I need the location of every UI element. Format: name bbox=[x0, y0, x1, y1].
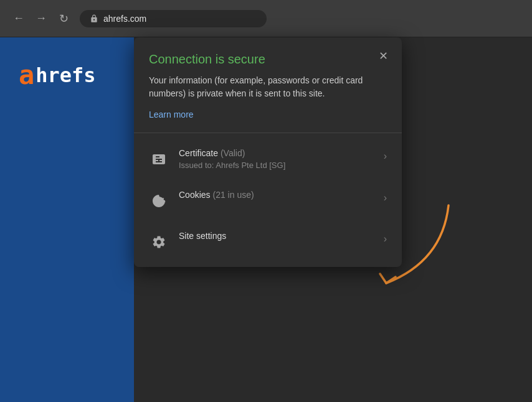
close-button[interactable]: ✕ bbox=[374, 47, 392, 65]
reload-button[interactable]: ↻ bbox=[55, 10, 72, 27]
cookies-title: Cookies (21 in use) bbox=[179, 190, 374, 200]
learn-more-link[interactable]: Learn more bbox=[149, 110, 194, 119]
main-area: a hrefs ✕ Connection is secure Your info… bbox=[0, 37, 532, 402]
popup-header: ✕ Connection is secure Your information … bbox=[134, 37, 402, 133]
security-popup: ✕ Connection is secure Your information … bbox=[134, 37, 402, 267]
nav-buttons: ← → ↻ bbox=[10, 10, 72, 27]
certificate-content: Certificate (Valid) Issued to: Ahrefs Pt… bbox=[179, 148, 374, 170]
site-settings-item[interactable]: Site settings › bbox=[134, 221, 402, 262]
sidebar: a hrefs bbox=[0, 37, 134, 402]
forward-button[interactable]: → bbox=[32, 10, 50, 27]
logo-hrefs: hrefs bbox=[36, 65, 95, 85]
address-bar[interactable]: ahrefs.com bbox=[80, 10, 267, 27]
certificate-item[interactable]: Certificate (Valid) Issued to: Ahrefs Pt… bbox=[134, 138, 402, 180]
site-settings-chevron: › bbox=[384, 233, 387, 245]
certificate-status: (Valid) bbox=[221, 148, 245, 158]
certificate-subtitle: Issued to: Ahrefs Pte Ltd [SG] bbox=[179, 161, 374, 170]
secure-description: Your information (for example, passwords… bbox=[149, 74, 387, 100]
cookies-count: (21 in use) bbox=[212, 190, 254, 200]
ahrefs-logo: a hrefs bbox=[19, 62, 96, 88]
logo-a: a bbox=[19, 62, 34, 88]
certificate-icon bbox=[149, 149, 169, 169]
cookies-chevron: › bbox=[384, 192, 387, 203]
popup-body: Certificate (Valid) Issued to: Ahrefs Pt… bbox=[134, 133, 402, 267]
cookies-icon bbox=[149, 191, 169, 211]
site-settings-title: Site settings bbox=[179, 231, 374, 241]
lock-icon bbox=[90, 14, 98, 23]
url-text: ahrefs.com bbox=[103, 14, 146, 24]
certificate-chevron: › bbox=[384, 151, 387, 162]
site-settings-icon bbox=[149, 232, 169, 252]
certificate-title: Certificate (Valid) bbox=[179, 148, 374, 158]
browser-chrome: ← → ↻ ahrefs.com bbox=[0, 0, 532, 37]
cookies-item[interactable]: Cookies (21 in use) › bbox=[134, 180, 402, 221]
site-settings-content: Site settings bbox=[179, 231, 374, 241]
cookies-content: Cookies (21 in use) bbox=[179, 190, 374, 200]
back-button[interactable]: ← bbox=[10, 10, 27, 27]
secure-title: Connection is secure bbox=[149, 52, 387, 67]
